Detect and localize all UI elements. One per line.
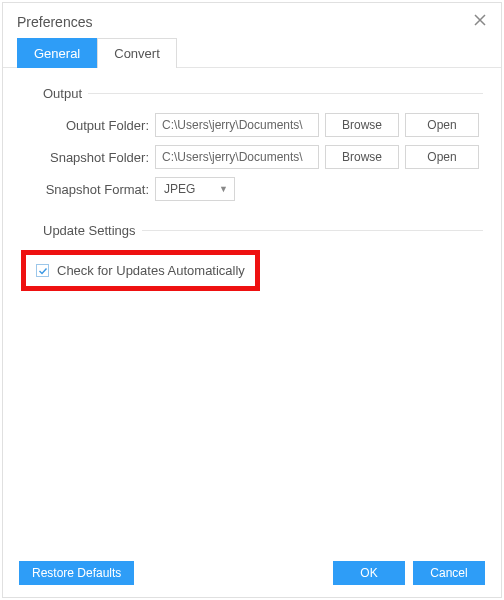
snapshot-folder-browse-button[interactable]: Browse [325,145,399,169]
output-folder-input[interactable] [155,113,319,137]
preferences-dialog: Preferences General Convert Output Outpu… [2,2,502,598]
output-section-label: Output [21,86,88,101]
snapshot-folder-open-button[interactable]: Open [405,145,479,169]
chevron-down-icon: ▼ [219,184,228,194]
snapshot-format-select[interactable]: JPEG ▼ [155,177,235,201]
tab-convert[interactable]: Convert [97,38,177,68]
highlighted-region: Check for Updates Automatically [21,250,260,291]
update-section-header: Update Settings [21,223,483,238]
titlebar: Preferences [3,3,501,38]
dialog-title: Preferences [17,14,92,30]
output-section-header: Output [21,86,483,101]
auto-update-label: Check for Updates Automatically [57,263,245,278]
content-area: Output Output Folder: Browse Open Snapsh… [3,68,501,549]
update-section-label: Update Settings [21,223,142,238]
snapshot-folder-input[interactable] [155,145,319,169]
restore-defaults-button[interactable]: Restore Defaults [19,561,134,585]
snapshot-folder-row: Snapshot Folder: Browse Open [21,145,483,169]
divider [88,93,483,94]
output-folder-row: Output Folder: Browse Open [21,113,483,137]
footer: Restore Defaults OK Cancel [3,549,501,597]
close-icon[interactable] [473,13,487,30]
output-folder-open-button[interactable]: Open [405,113,479,137]
snapshot-folder-label: Snapshot Folder: [21,150,149,165]
tab-bar: General Convert [3,38,501,68]
update-section: Update Settings Check for Updates Automa… [21,223,483,291]
snapshot-format-value: JPEG [164,182,195,196]
auto-update-checkbox[interactable] [36,264,49,277]
output-folder-browse-button[interactable]: Browse [325,113,399,137]
snapshot-format-label: Snapshot Format: [21,182,149,197]
divider [142,230,483,231]
ok-button[interactable]: OK [333,561,405,585]
cancel-button[interactable]: Cancel [413,561,485,585]
output-folder-label: Output Folder: [21,118,149,133]
snapshot-format-row: Snapshot Format: JPEG ▼ [21,177,483,201]
tab-general[interactable]: General [17,38,97,68]
